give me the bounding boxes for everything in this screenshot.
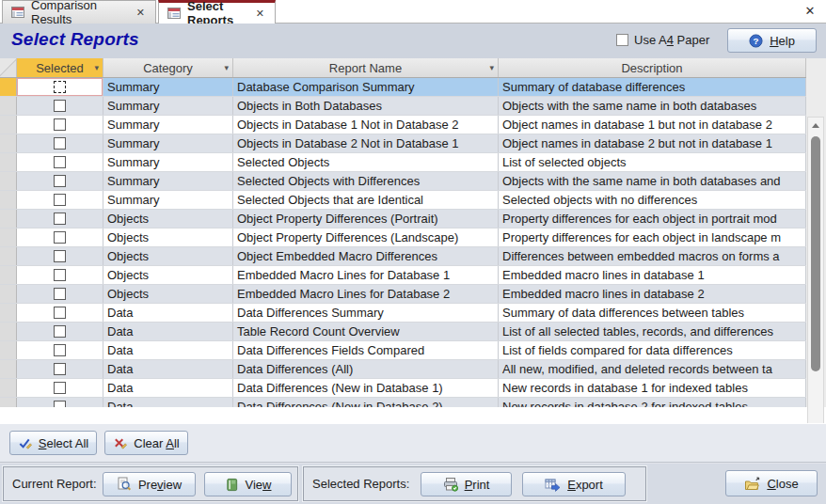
selected-cell[interactable] xyxy=(17,285,103,303)
row-checkbox[interactable] xyxy=(54,363,66,375)
selected-cell[interactable] xyxy=(17,172,103,190)
selected-cell[interactable] xyxy=(17,78,103,96)
description-cell[interactable]: Objects with the same name in both datab… xyxy=(499,172,806,190)
row-checkbox[interactable] xyxy=(54,250,66,262)
description-cell[interactable]: Object names in database 1 but not in da… xyxy=(499,116,806,134)
window-close-icon[interactable]: ✕ xyxy=(802,3,818,20)
selected-cell[interactable] xyxy=(17,360,103,378)
row-checkbox[interactable] xyxy=(54,325,66,338)
clear-all-button[interactable]: Clear All xyxy=(104,431,188,455)
category-cell[interactable]: Data xyxy=(103,379,233,397)
row-selector[interactable] xyxy=(0,341,17,359)
report-name-cell[interactable]: Table Record Count Overview xyxy=(233,323,499,340)
category-cell[interactable]: Objects xyxy=(103,210,233,228)
row-selector[interactable] xyxy=(0,210,17,228)
row-selector[interactable] xyxy=(0,266,17,284)
row-checkbox[interactable] xyxy=(54,194,66,206)
category-cell[interactable]: Summary xyxy=(103,116,233,134)
scroll-up-icon[interactable] xyxy=(808,118,823,133)
category-cell[interactable]: Objects xyxy=(103,266,233,284)
category-cell[interactable]: Data xyxy=(103,360,233,378)
selected-cell[interactable] xyxy=(17,191,103,209)
description-cell[interactable]: List of selected objects xyxy=(499,153,806,171)
category-cell[interactable]: Summary xyxy=(103,78,233,96)
description-cell[interactable]: Objects with the same name in both datab… xyxy=(499,97,806,115)
description-cell[interactable]: Selected objects with no differences xyxy=(499,191,806,209)
print-button[interactable]: Print xyxy=(421,472,512,496)
row-checkbox[interactable] xyxy=(54,137,66,150)
report-name-cell[interactable]: Objects in Database 2 Not in Database 1 xyxy=(233,134,499,152)
row-checkbox[interactable] xyxy=(54,382,66,394)
description-cell[interactable]: New records in database 1 for indexed ta… xyxy=(499,379,806,397)
row-selector[interactable] xyxy=(0,228,17,246)
row-checkbox[interactable] xyxy=(54,269,66,281)
description-cell[interactable]: Embedded macro lines in database 2 xyxy=(499,285,806,303)
tab-select-reports[interactable]: Select Reports ✕ xyxy=(158,0,276,24)
table-row[interactable]: Summary Selected Objects with Difference… xyxy=(0,172,806,191)
report-name-cell[interactable]: Selected Objects xyxy=(233,153,499,171)
row-selector[interactable] xyxy=(0,78,17,96)
row-selector[interactable] xyxy=(0,172,17,190)
row-selector[interactable] xyxy=(0,360,17,378)
view-button[interactable]: View xyxy=(204,472,292,496)
table-row[interactable]: Summary Objects in Database 2 Not in Dat… xyxy=(0,134,806,153)
grid-corner-cell[interactable] xyxy=(0,58,17,77)
category-cell[interactable]: Summary xyxy=(103,97,233,115)
table-row[interactable]: Summary Objects in Database 1 Not in Dat… xyxy=(0,116,806,134)
category-cell[interactable]: Objects xyxy=(103,247,233,265)
table-row[interactable]: Summary Selected Objects List of selecte… xyxy=(0,153,806,172)
row-checkbox[interactable] xyxy=(54,307,66,319)
selected-cell[interactable] xyxy=(17,247,103,265)
table-row[interactable]: Objects Object Property Differences (Por… xyxy=(0,210,806,228)
row-selector[interactable] xyxy=(0,379,17,397)
table-row[interactable]: Data Data Differences (All) All new, mod… xyxy=(0,360,806,379)
filter-arrow-icon[interactable]: ▾ xyxy=(224,63,229,72)
table-row[interactable]: Data Data Differences Fields Compared Li… xyxy=(0,341,806,360)
table-row[interactable]: Data Data Differences Summary Summary of… xyxy=(0,304,806,323)
selected-cell[interactable] xyxy=(17,116,103,134)
row-checkbox[interactable] xyxy=(54,231,66,244)
category-cell[interactable]: Data xyxy=(103,341,233,359)
column-header-category[interactable]: Category ▾ xyxy=(103,58,233,77)
use-a4-paper-checkbox[interactable]: Use A4 Paper xyxy=(616,33,709,47)
category-cell[interactable]: Data xyxy=(103,323,233,340)
row-checkbox[interactable] xyxy=(54,175,66,187)
report-name-cell[interactable]: Object Property Differences (Landscape) xyxy=(233,228,499,246)
help-button[interactable]: ? Help xyxy=(727,28,817,53)
select-all-button[interactable]: Select All xyxy=(9,431,97,455)
table-row[interactable]: Objects Object Property Differences (Lan… xyxy=(0,228,806,247)
row-selector[interactable] xyxy=(0,304,17,322)
category-cell[interactable]: Summary xyxy=(103,153,233,171)
selected-cell[interactable] xyxy=(17,398,103,407)
selected-cell[interactable] xyxy=(17,153,103,171)
tab-close-icon[interactable]: ✕ xyxy=(254,8,266,20)
row-selector[interactable] xyxy=(0,134,17,152)
table-row[interactable]: Summary Objects in Both Databases Object… xyxy=(0,97,806,116)
vertical-scrollbar-thumb[interactable] xyxy=(811,136,820,371)
report-name-cell[interactable]: Object Property Differences (Portrait) xyxy=(233,210,499,228)
selected-cell[interactable] xyxy=(17,266,103,284)
description-cell[interactable]: List of all selected tables, records, an… xyxy=(499,323,806,340)
report-name-cell[interactable]: Data Differences Summary xyxy=(233,304,499,322)
row-checkbox[interactable] xyxy=(54,288,66,300)
report-name-cell[interactable]: Data Differences Fields Compared xyxy=(233,341,499,359)
table-row[interactable]: Summary Database Comparison Summary Summ… xyxy=(0,78,806,97)
table-row[interactable]: Objects Embedded Macro Lines for Databas… xyxy=(0,285,806,304)
row-checkbox[interactable] xyxy=(54,156,66,168)
row-selector[interactable] xyxy=(0,97,17,115)
table-row[interactable]: Objects Object Embedded Macro Difference… xyxy=(0,247,806,266)
row-selector[interactable] xyxy=(0,285,17,303)
vertical-scrollbar[interactable] xyxy=(807,117,824,465)
checkbox-icon[interactable] xyxy=(616,34,628,46)
row-selector[interactable] xyxy=(0,116,17,134)
report-name-cell[interactable]: Objects in Database 1 Not in Database 2 xyxy=(233,116,499,134)
selected-cell[interactable] xyxy=(17,210,103,228)
export-button[interactable]: Export xyxy=(522,472,626,496)
description-cell[interactable]: Summary of database differences xyxy=(499,78,806,96)
tab-close-icon[interactable]: ✕ xyxy=(135,7,147,19)
close-button[interactable]: Close xyxy=(725,470,818,496)
selected-cell[interactable] xyxy=(17,304,103,322)
selected-cell[interactable] xyxy=(17,97,103,115)
tab-comparison-results[interactable]: Comparison Results ✕ xyxy=(2,0,156,24)
description-cell[interactable]: Property differences for each object in … xyxy=(499,210,806,228)
